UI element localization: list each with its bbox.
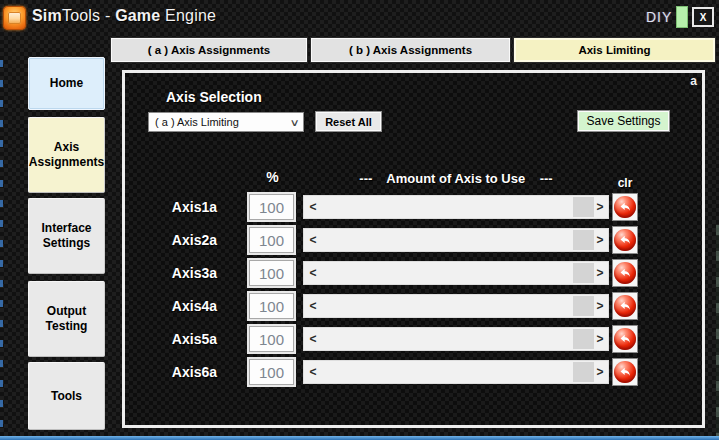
axis-row: Axis2a < > xyxy=(125,227,699,255)
axis-label: Axis6a xyxy=(145,359,217,385)
reset-all-button[interactable]: Reset All xyxy=(315,111,382,132)
axis-limiting-panel: a Axis Selection ( a ) Axis Limiting ∨ R… xyxy=(122,70,705,428)
clr-undo-icon xyxy=(614,262,636,284)
chevron-right-icon[interactable]: > xyxy=(593,262,607,284)
percent-input[interactable] xyxy=(249,326,294,352)
title-tools: Tools - xyxy=(62,7,115,24)
chevron-left-icon[interactable]: < xyxy=(306,328,320,350)
clr-undo-icon xyxy=(614,196,636,218)
percent-input[interactable] xyxy=(249,227,294,253)
close-icon[interactable]: X xyxy=(692,7,714,27)
clear-axis-button[interactable] xyxy=(612,259,638,287)
axis-amount-slider[interactable]: < > xyxy=(303,327,609,351)
clear-axis-button[interactable] xyxy=(612,358,638,386)
axis-amount-slider[interactable]: < > xyxy=(303,261,609,285)
sidebar-item-home[interactable]: Home xyxy=(28,57,105,110)
axis-amount-slider[interactable]: < > xyxy=(303,294,609,318)
percent-input[interactable] xyxy=(249,260,294,286)
window-left-edge xyxy=(0,60,3,436)
amount-column-header: --- Amount of Axis to Use --- xyxy=(303,171,609,186)
sidebar-item-output-testing[interactable]: Output Testing xyxy=(28,281,105,357)
slider-thumb[interactable] xyxy=(573,197,594,217)
title-engine: Engine xyxy=(165,7,216,24)
tab-a-axis-assignments[interactable]: ( a ) Axis Assignments xyxy=(110,37,308,63)
app-icon-glyph xyxy=(8,12,21,24)
percent-input[interactable] xyxy=(249,194,294,220)
axis-amount-slider[interactable]: < > xyxy=(303,228,609,252)
axis-label: Axis3a xyxy=(145,260,217,286)
slider-thumb[interactable] xyxy=(573,362,594,382)
percent-input[interactable] xyxy=(249,359,294,385)
percent-column-header: % xyxy=(250,169,295,185)
clear-axis-button[interactable] xyxy=(612,193,638,221)
chevron-left-icon[interactable]: < xyxy=(306,229,320,251)
dropdown-value: ( a ) Axis Limiting xyxy=(155,116,239,128)
axis-label: Axis2a xyxy=(145,227,217,253)
axis-row: Axis4a < > xyxy=(125,293,699,321)
chevron-right-icon[interactable]: > xyxy=(593,196,607,218)
window-bottom-edge xyxy=(0,436,719,440)
clr-undo-icon xyxy=(614,229,636,251)
axis-label: Axis4a xyxy=(145,293,217,319)
sidebar-item-tools[interactable]: Tools xyxy=(28,362,105,430)
chevron-left-icon[interactable]: < xyxy=(306,262,320,284)
panel-corner-label: a xyxy=(690,74,697,88)
axis-selection-label: Axis Selection xyxy=(166,89,262,105)
chevron-down-icon: ∨ xyxy=(289,117,299,128)
axis-label: Axis5a xyxy=(145,326,217,352)
tab-axis-limiting[interactable]: Axis Limiting xyxy=(513,37,716,63)
tab-b-axis-assignments[interactable]: ( b ) Axis Assignments xyxy=(310,37,511,63)
clr-column-header: clr xyxy=(612,176,638,190)
slider-thumb[interactable] xyxy=(573,296,594,316)
axis-amount-slider[interactable]: < > xyxy=(303,360,609,384)
sidebar-item-interface-settings[interactable]: Interface Settings xyxy=(28,198,105,274)
axis-row: Axis6a < > xyxy=(125,359,699,387)
window-title: SimTools - Game Engine xyxy=(32,7,216,25)
axis-row: Axis1a < > xyxy=(125,194,699,222)
axis-amount-slider[interactable]: < > xyxy=(303,195,609,219)
chevron-right-icon[interactable]: > xyxy=(593,328,607,350)
clr-undo-icon xyxy=(614,295,636,317)
slider-thumb[interactable] xyxy=(573,329,594,349)
title-game: Game xyxy=(115,7,160,24)
slider-thumb[interactable] xyxy=(573,263,594,283)
sidebar-item-axis-assignments[interactable]: Axis Assignments xyxy=(28,117,105,193)
axis-label: Axis1a xyxy=(145,194,217,220)
axis-row: Axis3a < > xyxy=(125,260,699,288)
status-led-indicator xyxy=(676,6,688,28)
clear-axis-button[interactable] xyxy=(612,292,638,320)
percent-input[interactable] xyxy=(249,293,294,319)
axis-selection-dropdown[interactable]: ( a ) Axis Limiting ∨ xyxy=(148,112,304,132)
slider-thumb[interactable] xyxy=(573,230,594,250)
clr-undo-icon xyxy=(614,361,636,383)
title-sim: Sim xyxy=(32,7,62,24)
chevron-left-icon[interactable]: < xyxy=(306,196,320,218)
chevron-right-icon[interactable]: > xyxy=(593,295,607,317)
chevron-right-icon[interactable]: > xyxy=(593,361,607,383)
chevron-left-icon[interactable]: < xyxy=(306,295,320,317)
game-engine-window: SimTools - Game Engine DIY X ( a ) Axis … xyxy=(0,0,719,440)
app-icon xyxy=(3,6,26,30)
clear-axis-button[interactable] xyxy=(612,226,638,254)
clr-undo-icon xyxy=(614,328,636,350)
axis-row: Axis5a < > xyxy=(125,326,699,354)
chevron-left-icon[interactable]: < xyxy=(306,361,320,383)
save-settings-button[interactable]: Save Settings xyxy=(577,110,670,132)
chevron-right-icon[interactable]: > xyxy=(593,229,607,251)
clear-axis-button[interactable] xyxy=(612,325,638,353)
diy-label: DIY xyxy=(646,9,672,25)
